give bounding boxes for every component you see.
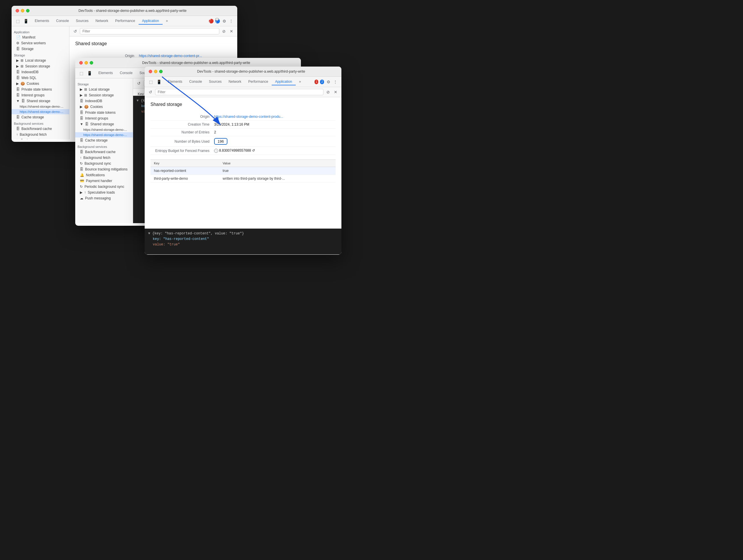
table-row-1-3[interactable]: has-reported-content true bbox=[150, 167, 336, 175]
clear-btn-1[interactable]: ⊘ bbox=[221, 28, 227, 34]
close-btn-3[interactable]: ✕ bbox=[333, 89, 339, 95]
traffic-lights-3[interactable] bbox=[149, 70, 163, 73]
sidebar-push-2[interactable]: ☁ Push messaging bbox=[75, 196, 133, 201]
tab-more-3[interactable]: » bbox=[296, 78, 305, 85]
sidebar-service-workers[interactable]: ⚙ Service workers bbox=[11, 40, 69, 46]
traffic-lights-2[interactable] bbox=[79, 61, 93, 64]
tab-console-3[interactable]: Console bbox=[186, 78, 206, 85]
close-button-1[interactable] bbox=[16, 9, 19, 12]
sidebar-cookies[interactable]: ▶ 🍪 Cookies bbox=[11, 81, 69, 87]
tab-elements[interactable]: Elements bbox=[31, 18, 53, 25]
sidebar-local-2[interactable]: ▶ ⊞ Local storage bbox=[75, 87, 133, 92]
maximize-button-3[interactable] bbox=[159, 70, 163, 73]
sidebar-shared-url-2-2[interactable]: https://shared-storage-demo-... bbox=[75, 132, 133, 137]
tab-console-2[interactable]: Console bbox=[116, 70, 136, 77]
clear-btn-3[interactable]: ⊘ bbox=[325, 89, 331, 95]
sidebar-local-storage[interactable]: ▶ ⊞ Local storage bbox=[11, 57, 69, 63]
sidebar-bounce-2[interactable]: 🗄 Bounce tracking mitigations bbox=[75, 166, 133, 172]
sidebar-interest-2[interactable]: 🗄 Interest groups bbox=[75, 116, 133, 121]
maximize-button-1[interactable] bbox=[26, 9, 30, 12]
sidebar-private-tokens[interactable]: 🗄 Private state tokens bbox=[11, 87, 69, 92]
tab-application-3[interactable]: Application bbox=[272, 78, 296, 85]
close-button-2[interactable] bbox=[79, 61, 83, 64]
sidebar-indexed-db[interactable]: 🗄 IndexedDB bbox=[11, 69, 69, 75]
sidebar-bg-sync[interactable]: ↻ Background sync bbox=[11, 137, 69, 139]
close-btn-1[interactable]: ✕ bbox=[228, 28, 234, 34]
tab-elements-2[interactable]: Elements bbox=[95, 70, 116, 77]
payment-icon-2: 💳 bbox=[80, 179, 84, 183]
tab-network-3[interactable]: Network bbox=[225, 78, 245, 85]
sidebar-speculative-2[interactable]: ▶ ↑ Speculative loads bbox=[75, 189, 133, 196]
minimize-button-2[interactable] bbox=[85, 61, 88, 64]
bf-icon-2: 🗄 bbox=[80, 150, 83, 154]
more-icon-3[interactable]: ⋮ bbox=[333, 79, 338, 85]
device-icon-3[interactable]: 📱 bbox=[156, 79, 162, 85]
filter-input-3[interactable] bbox=[155, 89, 323, 95]
tab-performance-3[interactable]: Performance bbox=[245, 78, 272, 85]
info-entropy-row-3: Entropy Budget for Fenced Frames i 8.830… bbox=[150, 147, 336, 155]
sidebar-shared-2[interactable]: ▼ 🗄 Shared storage bbox=[75, 121, 133, 127]
tab-console[interactable]: Console bbox=[53, 18, 72, 25]
inspect-icon[interactable]: ⬚ bbox=[15, 18, 20, 24]
tab-performance[interactable]: Performance bbox=[112, 18, 139, 25]
tab-application[interactable]: Application bbox=[139, 18, 163, 25]
sidebar-bg-sync-2[interactable]: ↻ Background sync bbox=[75, 161, 133, 166]
sidebar-session-storage[interactable]: ▶ ⊞ Session storage bbox=[11, 63, 69, 69]
sidebar-shared-url-2[interactable]: https://shared-storage-demo-... bbox=[11, 109, 69, 114]
entropy-label-3: Entropy Budget for Fenced Frames bbox=[150, 149, 214, 153]
sidebar-session-2[interactable]: ▶ ⊞ Session storage bbox=[75, 92, 133, 98]
sidebar-shared-url-2-1[interactable]: https://shared-storage-demo-... bbox=[75, 127, 133, 132]
push-icon-2: ☁ bbox=[80, 196, 83, 200]
preview-panel-3: ▼ {key: "has-reported-content", value: "… bbox=[145, 228, 341, 254]
sidebar-notifications-2[interactable]: 🔔 Notifications bbox=[75, 172, 133, 178]
sidebar-bf-2[interactable]: 🗄 Back/forward cache bbox=[75, 149, 133, 155]
close-button-3[interactable] bbox=[149, 70, 152, 73]
filter-input-1[interactable] bbox=[80, 28, 219, 35]
more-icon[interactable]: ⋮ bbox=[228, 18, 234, 24]
sidebar-indexeddb-2[interactable]: 🗄 IndexedDB bbox=[75, 98, 133, 104]
settings-icon[interactable]: ⚙ bbox=[222, 18, 227, 24]
private-icon-2: 🗄 bbox=[80, 111, 83, 115]
toolbar-right-1: ✕ 1 💬 2 ⚙ ⋮ bbox=[209, 18, 234, 24]
table-row-2-3[interactable]: third-party-write-demo written into thir… bbox=[150, 175, 336, 183]
sidebar-cookies-2[interactable]: ▶ 🍪 Cookies bbox=[75, 104, 133, 110]
sidebar-back-forward[interactable]: 🗄 Back/forward cache bbox=[11, 126, 69, 132]
maximize-button-2[interactable] bbox=[90, 61, 93, 64]
sidebar-payment-2[interactable]: 💳 Payment handler bbox=[75, 178, 133, 184]
inspect-icon-2[interactable]: ⬚ bbox=[79, 71, 84, 76]
inspect-icon-3[interactable]: ⬚ bbox=[148, 79, 154, 85]
bg-sync-icon-2: ↻ bbox=[80, 162, 83, 166]
tab-more[interactable]: » bbox=[163, 18, 172, 25]
tab-sources[interactable]: Sources bbox=[72, 18, 92, 25]
sidebar-bg-fetch[interactable]: ↑ Background fetch bbox=[11, 132, 69, 137]
info-badge-3: 2 bbox=[320, 80, 324, 84]
sidebar-private-tokens-2[interactable]: 🗄 Private state tokens bbox=[75, 110, 133, 116]
device-icon[interactable]: 📱 bbox=[23, 18, 28, 24]
sidebar-manifest[interactable]: 📄 Manifest bbox=[11, 35, 69, 40]
reload-entropy-3[interactable]: ↺ bbox=[252, 148, 255, 153]
devtools-window-3[interactable]: DevTools - shared-storage-demo-publisher… bbox=[145, 67, 341, 255]
sidebar-bg-fetch-2[interactable]: ↑ Background fetch bbox=[75, 155, 133, 161]
tab-sources-3[interactable]: Sources bbox=[206, 78, 225, 85]
traffic-lights-1[interactable] bbox=[16, 9, 30, 12]
tab-network[interactable]: Network bbox=[92, 18, 112, 25]
sidebar-interest-groups[interactable]: 🗄 Interest groups bbox=[11, 92, 69, 98]
periodic-icon-2: ↻ bbox=[80, 185, 83, 189]
sidebar-cache-2[interactable]: 🗄 Cache storage bbox=[75, 137, 133, 143]
sidebar-storage-top[interactable]: 🗄 Storage bbox=[11, 46, 69, 52]
reload-btn-3[interactable]: ↺ bbox=[147, 89, 154, 95]
device-icon-2[interactable]: 📱 bbox=[87, 71, 92, 76]
sidebar-shared-url-1[interactable]: https://shared-storage-demo-... bbox=[11, 104, 69, 109]
settings-icon-3[interactable]: ⚙ bbox=[326, 79, 331, 85]
title-bar-3: DevTools - shared-storage-demo-publisher… bbox=[145, 67, 341, 77]
sidebar-periodic-sync-2[interactable]: ↻ Periodic background sync bbox=[75, 184, 133, 189]
preview-line-3-1: ▼ {key: "has-reported-content", value: "… bbox=[148, 231, 338, 236]
sidebar-web-sql[interactable]: 🗄 Web SQL bbox=[11, 75, 69, 81]
sidebar-shared-storage[interactable]: ▼ 🗄 Shared storage bbox=[11, 98, 69, 104]
sidebar-cache-storage[interactable]: 🗄 Cache storage bbox=[11, 114, 69, 120]
tab-elements-3[interactable]: Elements bbox=[164, 78, 186, 85]
minimize-button-1[interactable] bbox=[21, 9, 24, 12]
minimize-button-3[interactable] bbox=[154, 70, 158, 73]
reload-btn-1[interactable]: ↺ bbox=[72, 28, 78, 34]
reload-btn-2[interactable]: ↺ bbox=[136, 80, 142, 86]
